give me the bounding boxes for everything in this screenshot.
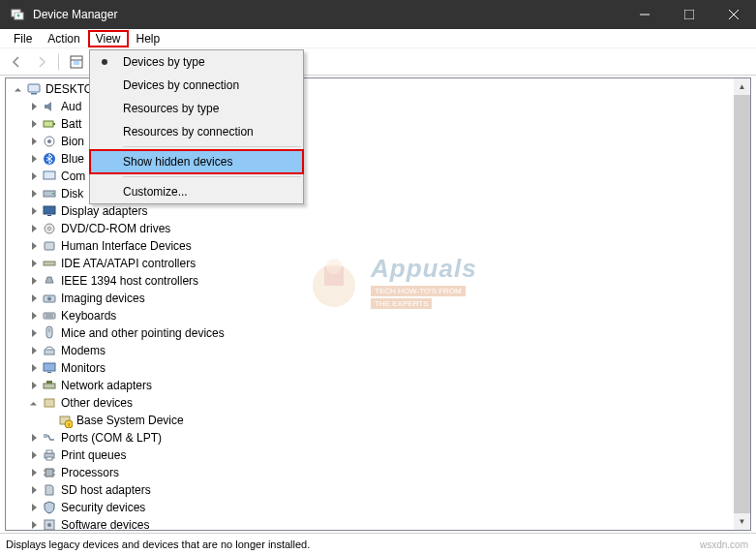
chevron-right-icon[interactable]: [26, 359, 42, 377]
chevron-right-icon[interactable]: [26, 255, 42, 272]
computer-icon: [26, 81, 42, 97]
menu-item-label: Show hidden devices: [123, 155, 232, 169]
tree-node[interactable]: Processors: [8, 464, 750, 481]
menu-item-label: Resources by type: [123, 102, 219, 115]
tree-node[interactable]: Network adapters: [8, 377, 750, 394]
tree-node[interactable]: IEEE 1394 host controllers: [8, 272, 750, 290]
maximize-button[interactable]: [667, 0, 711, 29]
menu-bar: File Action View Help: [0, 29, 756, 48]
tree-node[interactable]: Other devices: [8, 394, 750, 412]
tree-node[interactable]: !Base System Device: [8, 412, 750, 429]
chevron-right-icon[interactable]: [26, 150, 42, 168]
bluetooth-icon: [42, 151, 57, 167]
tree-label: Mice and other pointing devices: [61, 324, 225, 342]
menu-resources-by-connection[interactable]: Resources by connection: [90, 120, 303, 143]
tree-node[interactable]: Monitors: [8, 359, 750, 377]
chevron-right-icon[interactable]: [26, 133, 42, 150]
tree-node[interactable]: Security devices: [8, 499, 750, 516]
minimize-button[interactable]: [622, 0, 667, 29]
menu-devices-by-type[interactable]: Devices by type: [90, 50, 303, 74]
chevron-right-icon[interactable]: [26, 272, 42, 290]
chevron-right-icon[interactable]: [26, 429, 42, 446]
scroll-down-button[interactable]: ▼: [734, 513, 750, 530]
tree-label: Com: [61, 168, 85, 185]
menu-customize[interactable]: Customize...: [90, 180, 303, 203]
svg-rect-36: [44, 384, 55, 388]
chevron-right-icon[interactable]: [26, 115, 42, 133]
svg-rect-38: [45, 399, 54, 407]
other-icon: [42, 395, 57, 411]
chevron-right-icon[interactable]: [26, 168, 42, 185]
scroll-up-button[interactable]: ▲: [734, 78, 750, 95]
chevron-right-icon[interactable]: [26, 202, 42, 220]
menu-resources-by-type[interactable]: Resources by type: [90, 97, 303, 120]
chevron-right-icon[interactable]: [26, 446, 42, 464]
tree-node[interactable]: Modems: [8, 342, 750, 359]
properties-button[interactable]: [65, 51, 88, 73]
svg-rect-33: [45, 350, 54, 354]
tree-label: DESKTO: [45, 80, 93, 98]
tree-node[interactable]: Print queues: [8, 446, 750, 464]
tree-label: Network adapters: [61, 377, 152, 394]
chevron-right-icon[interactable]: [26, 307, 42, 324]
chevron-right-icon[interactable]: [26, 220, 42, 237]
menu-help[interactable]: Help: [129, 30, 168, 47]
tree-label: Modems: [61, 342, 106, 359]
forward-button[interactable]: [30, 51, 53, 73]
tree-node[interactable]: Human Interface Devices: [8, 237, 750, 255]
chevron-down-icon[interactable]: [26, 394, 42, 412]
computer-icon: [42, 169, 57, 184]
chevron-right-icon[interactable]: [26, 98, 42, 115]
svg-rect-4: [684, 10, 694, 19]
menu-show-hidden-devices[interactable]: Show hidden devices: [90, 150, 303, 173]
chevron-right-icon[interactable]: [26, 516, 42, 530]
close-button[interactable]: [711, 0, 756, 29]
chevron-right-icon[interactable]: [26, 499, 42, 516]
modem-icon: [42, 343, 57, 358]
chevron-right-icon[interactable]: [26, 377, 42, 394]
svg-rect-12: [31, 93, 37, 95]
tree-label: SD host adapters: [61, 481, 151, 499]
display-icon: [42, 203, 57, 219]
tree-label: Print queues: [61, 446, 126, 464]
tree-node[interactable]: Imaging devices: [8, 290, 750, 307]
tree-node[interactable]: IDE ATA/ATAPI controllers: [8, 255, 750, 272]
chevron-right-icon[interactable]: [26, 464, 42, 481]
chevron-right-icon[interactable]: [26, 342, 42, 359]
tree-node[interactable]: DVD/CD-ROM drives: [8, 220, 750, 237]
tree-node[interactable]: Ports (COM & LPT): [8, 429, 750, 446]
tree-label: Ports (COM & LPT): [61, 429, 162, 446]
scroll-thumb[interactable]: [734, 95, 750, 513]
menu-item-label: Devices by type: [123, 55, 205, 69]
tree-node[interactable]: Keyboards: [8, 307, 750, 324]
software-icon: [42, 517, 57, 530]
back-button[interactable]: [5, 51, 28, 73]
chevron-right-icon[interactable]: [26, 185, 42, 202]
tree-label: Display adapters: [61, 202, 147, 220]
tree-node[interactable]: SD host adapters: [8, 481, 750, 499]
chevron-right-icon[interactable]: [26, 324, 42, 342]
chevron-down-icon[interactable]: [11, 80, 26, 98]
ide-icon: [42, 256, 57, 271]
menu-devices-by-connection[interactable]: Devices by connection: [90, 74, 303, 97]
tree-node[interactable]: Mice and other pointing devices: [8, 324, 750, 342]
menu-separator: [123, 146, 301, 147]
chevron-right-icon[interactable]: [26, 481, 42, 499]
audio-icon: [42, 99, 57, 114]
svg-point-2: [17, 15, 20, 17]
svg-rect-21: [44, 206, 55, 214]
chevron-right-icon[interactable]: [26, 290, 42, 307]
menu-file[interactable]: File: [6, 30, 40, 47]
menu-action[interactable]: Action: [40, 30, 87, 47]
ieee1394-icon: [42, 273, 57, 289]
chevron-right-icon[interactable]: [26, 237, 42, 255]
tree-node[interactable]: Software devices: [8, 516, 750, 530]
svg-rect-26: [44, 262, 55, 265]
tree-node[interactable]: Display adapters: [8, 202, 750, 220]
menu-item-label: Customize...: [123, 185, 188, 199]
mouse-icon: [42, 325, 57, 341]
menu-view[interactable]: View: [88, 30, 129, 47]
status-text: Displays legacy devices and devices that…: [6, 539, 310, 550]
vertical-scrollbar[interactable]: ▲ ▼: [734, 78, 750, 530]
svg-point-16: [47, 139, 51, 143]
